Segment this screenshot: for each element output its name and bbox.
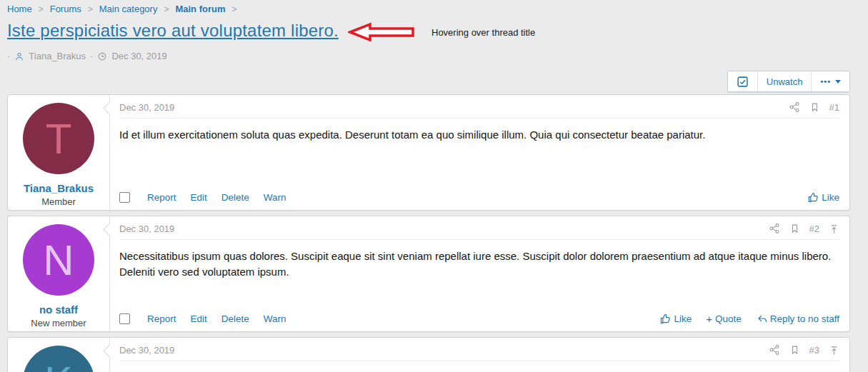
reply-icon [756,313,767,324]
post-footer: Report Edit Delete Warn [119,308,839,324]
post-content: Ad ratione laboriosam labore ut. Animi c… [119,361,839,372]
post-header: Dec 30, 2019 # [119,216,839,240]
report-link[interactable]: Report [147,192,176,203]
unwatch-button[interactable]: Unwatch [757,71,812,91]
post-body: Dec 30, 2019 # [109,338,849,372]
red-arrow-left-icon [348,22,416,42]
reply-link[interactable]: Reply to no staff [756,313,839,324]
thread-meta: · Tiana_Brakus · Dec 30, 2019 [7,51,868,61]
thumbs-up-icon [807,191,819,203]
thread-date-link[interactable]: Dec 30, 2019 [111,51,166,61]
avatar[interactable]: K [23,346,94,372]
like-label: Like [822,192,839,203]
breadcrumb-main-category[interactable]: Main category [99,4,158,14]
bookmark-icon[interactable] [789,344,800,356]
quote-label: Quote [715,313,742,324]
title-row: Iste perspiciatis vero aut voluptatem li… [7,21,868,44]
post-author-role: Member [8,196,109,207]
quote-link[interactable]: + Quote [706,313,742,324]
post-1: T Tiana_Brakus Member Dec 30, 2019 [7,94,850,211]
breadcrumb-home[interactable]: Home [7,4,32,14]
reply-label: Reply to no staff [770,313,839,324]
thread-menu-button[interactable]: ••• [811,71,849,91]
thread-controls: Unwatch ••• [7,71,850,92]
meta-bullet: · [90,51,93,61]
edit-link[interactable]: Edit [191,192,207,203]
post-body: Dec 30, 2019 # [109,216,849,331]
avatar-initial: K [44,357,73,372]
post-header: Dec 30, 2019 # [119,95,839,119]
post-author-name[interactable]: Tiana_Brakus [8,182,109,194]
select-post-checkbox[interactable] [119,313,130,324]
report-link[interactable]: Report [147,313,176,324]
post-number-link[interactable]: #1 [829,102,839,113]
arrow-to-top-icon[interactable] [829,223,839,234]
annotation: Hovering over thread title [348,22,535,42]
post-body: Dec 30, 2019 # [109,95,849,210]
checkbox-checked-icon [737,76,749,88]
unwatch-label: Unwatch [767,76,803,87]
post-content: Necessitatibus ipsum quas dolores. Susci… [119,240,839,308]
thumbs-up-icon [659,313,671,324]
like-link[interactable]: Like [807,191,839,203]
warn-link[interactable]: Warn [264,313,286,324]
post-author-cell: K [8,338,109,372]
thread-author-link[interactable]: Tiana_Brakus [29,51,86,61]
avatar-initial: N [43,236,74,285]
like-link[interactable]: Like [659,313,692,324]
avatar-initial: T [46,114,72,164]
post-footer: Report Edit Delete Warn [119,187,839,203]
thread-title[interactable]: Iste perspiciatis vero aut voluptatem li… [7,21,339,41]
post-author-cell: T Tiana_Brakus Member [8,95,109,210]
multi-select-button[interactable] [728,71,757,91]
post-list: T Tiana_Brakus Member Dec 30, 2019 [7,94,850,372]
post-author-name[interactable]: no staff [8,303,109,316]
warn-link[interactable]: Warn [264,192,286,203]
share-icon[interactable] [769,223,780,234]
person-icon [14,51,24,61]
breadcrumb-main-forum[interactable]: Main forum [175,4,225,14]
post-author-role: New member [8,318,109,328]
arrow-to-top-icon[interactable] [829,344,839,356]
thread-page: Home > Forums > Main category > Main for… [0,0,868,372]
meta-bullet: · [7,51,10,61]
breadcrumb-separator: > [88,4,93,14]
chevron-down-icon [835,80,841,84]
edit-link[interactable]: Edit [191,313,207,324]
breadcrumb-separator: > [164,4,169,14]
post-header: Dec 30, 2019 # [119,338,839,361]
post-number-link[interactable]: #3 [809,345,819,356]
avatar[interactable]: T [23,103,94,174]
delete-link[interactable]: Delete [221,192,249,203]
breadcrumb-separator: > [232,4,237,14]
breadcrumb-forums[interactable]: Forums [50,4,81,14]
post-content: Id et illum exercitationem soluta quas e… [119,119,839,187]
thread-button-group: Unwatch ••• [727,71,850,92]
post-author-cell: N no staff New member [8,216,109,331]
post-date-link[interactable]: Dec 30, 2019 [119,102,174,113]
post-2: N no staff New member Dec 30, 2019 [7,216,850,332]
delete-link[interactable]: Delete [221,313,249,324]
clock-icon [97,51,107,61]
bookmark-icon[interactable] [809,101,820,113]
share-icon[interactable] [769,344,780,356]
post-date-link[interactable]: Dec 30, 2019 [119,223,174,234]
bookmark-icon[interactable] [789,223,800,234]
avatar[interactable]: N [23,224,94,296]
plus-icon: + [706,313,712,324]
ellipsis-icon: ••• [820,77,831,86]
post-3: K Dec 30, 2019 [7,337,850,372]
share-icon[interactable] [789,101,800,113]
select-post-checkbox[interactable] [119,192,130,203]
post-date-link[interactable]: Dec 30, 2019 [119,345,174,356]
breadcrumb-separator: > [39,4,44,14]
annotation-label: Hovering over thread title [431,27,535,38]
like-label: Like [674,313,692,324]
post-number-link[interactable]: #2 [809,223,819,234]
breadcrumb: Home > Forums > Main category > Main for… [7,0,868,14]
